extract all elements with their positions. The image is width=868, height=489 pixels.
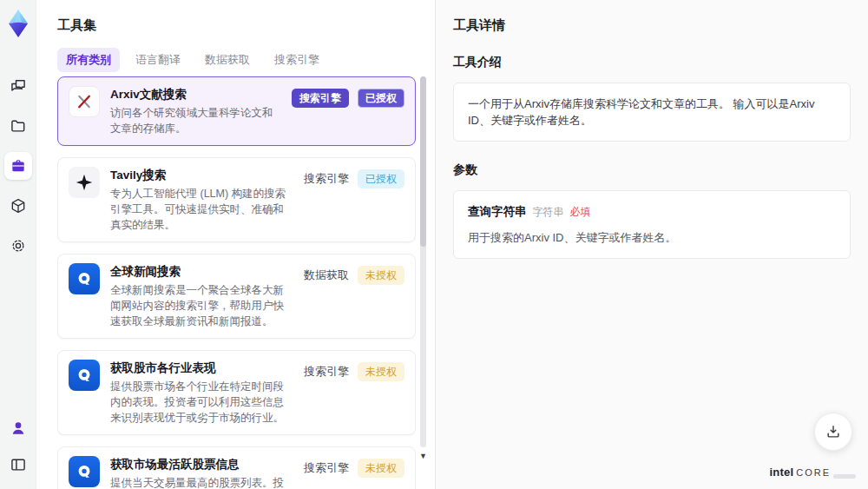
tool-meta: 搜索引擎已授权	[304, 169, 404, 188]
intro-text: 一个用于从Arxiv存储库搜索科学论文和文章的工具。 输入可以是Arxiv ID…	[468, 97, 814, 127]
news-blue-icon	[74, 268, 95, 289]
tool-card[interactable]: 获取股市各行业表现提供股票市场各个行业在特定时间段内的表现。投资者可以利用这些信…	[57, 350, 416, 435]
intro-heading: 工具介绍	[453, 55, 851, 70]
download-button[interactable]	[814, 413, 852, 451]
tool-text-block: 获取股市各行业表现提供股票市场各个行业在特定时间段内的表现。投资者可以利用这些信…	[110, 360, 293, 426]
tool-category-badge: 搜索引擎	[304, 460, 349, 476]
tool-name: 获取股市各行业表现	[110, 360, 293, 376]
sidebar-item-user[interactable]	[4, 414, 32, 442]
tool-description: 访问各个研究领域大量科学论文和文章的存储库。	[110, 105, 281, 136]
tab-2[interactable]: 数据获取	[196, 48, 259, 72]
tab-0[interactable]: 所有类别	[57, 48, 120, 72]
tool-category-badge: 搜索引擎	[304, 171, 349, 187]
sidebar-item-packages[interactable]	[4, 192, 32, 220]
param-name: 查询字符串	[468, 203, 527, 220]
tool-meta: 搜索引擎已授权	[292, 89, 404, 108]
page-title: 工具集	[57, 17, 435, 34]
params-heading: 参数	[453, 162, 851, 178]
folder-icon	[10, 117, 27, 135]
scroll-down-icon[interactable]: ▼	[419, 453, 427, 460]
app-logo[interactable]	[3, 8, 33, 39]
briefcase-icon	[10, 157, 27, 175]
sidebar-item-settings[interactable]	[4, 232, 32, 260]
tool-meta: 搜索引擎未授权	[304, 459, 404, 478]
tool-name: Arxiv文献搜索	[110, 87, 281, 102]
tool-logo	[69, 167, 100, 198]
tool-text-block: 获取市场最活跃股票信息提供当天交易量最高的股票列表。投资者可以利用这些信息来识别…	[110, 456, 293, 489]
cube-icon	[10, 197, 27, 215]
intro-card: 一个用于从Arxiv存储库搜索科学论文和文章的工具。 输入可以是Arxiv ID…	[453, 83, 851, 142]
tool-auth-badge: 未授权	[358, 459, 404, 478]
tool-list: Arxiv文献搜索访问各个研究领域大量科学论文和文章的存储库。搜索引擎已授权Ta…	[57, 76, 416, 489]
param-description: 用于搜索的Arxiv ID、关键字或作者姓名。	[468, 229, 836, 246]
tool-text-block: Arxiv文献搜索访问各个研究领域大量科学论文和文章的存储库。	[110, 86, 281, 136]
sidebar-item-tools[interactable]	[4, 152, 32, 180]
param-header-row: 查询字符串 字符串 必填	[468, 203, 836, 221]
tool-text-block: 全球新闻搜索全球新闻搜索是一个聚合全球各大新闻网站内容的搜索引擎，帮助用户快速获…	[110, 263, 293, 329]
tool-auth-badge: 未授权	[358, 266, 404, 285]
list-scrollbar[interactable]	[420, 76, 426, 447]
tool-auth-badge: 已授权	[358, 169, 404, 188]
tool-name: 全球新闻搜索	[110, 264, 293, 280]
tool-auth-badge: 未授权	[358, 362, 404, 381]
user-icon	[10, 420, 27, 437]
tool-list-panel: 工具集 所有类别语言翻译数据获取搜索引擎 Arxiv文献搜索访问各个研究领域大量…	[36, 0, 435, 489]
tool-logo	[69, 360, 100, 391]
tab-1[interactable]: 语言翻译	[127, 48, 189, 72]
tool-name: 获取市场最活跃股票信息	[110, 457, 293, 472]
core-wordmark: core	[796, 467, 831, 478]
tool-logo	[69, 263, 100, 294]
tool-category-badge: 数据获取	[304, 268, 349, 283]
tool-description: 专为人工智能代理 (LLM) 构建的搜索引擎工具。可快速提供实时、准确和真实的结…	[110, 186, 293, 233]
intel-core-logo: intel core	[769, 466, 856, 479]
tool-auth-badge: 已授权	[358, 89, 404, 108]
tool-description: 提供当天交易量最高的股票列表。投资者可以利用这些信息来识别流动性强的股票和潜在的…	[110, 475, 293, 489]
panel-icon	[10, 456, 27, 473]
intel-wordmark: intel	[769, 466, 793, 479]
gear-icon	[10, 237, 27, 254]
param-type: 字符串	[533, 204, 564, 221]
tool-card[interactable]: 获取市场最活跃股票信息提供当天交易量最高的股票列表。投资者可以利用这些信息来识别…	[57, 446, 416, 489]
scrollbar-thumb[interactable]	[420, 76, 426, 247]
rail-icon-group	[4, 72, 32, 260]
chat-icon	[10, 77, 27, 95]
tool-logo	[69, 86, 100, 117]
core-sub-mark	[833, 474, 856, 479]
icon-rail	[0, 0, 36, 489]
download-icon	[825, 423, 842, 440]
tool-meta: 搜索引擎未授权	[304, 362, 404, 381]
tool-logo	[69, 456, 100, 487]
tool-name: Tavily搜索	[110, 168, 293, 183]
param-required-badge: 必填	[570, 204, 591, 221]
tool-card[interactable]: Arxiv文献搜索访问各个研究领域大量科学论文和文章的存储库。搜索引擎已授权	[57, 76, 416, 146]
tool-text-block: Tavily搜索专为人工智能代理 (LLM) 构建的搜索引擎工具。可快速提供实时…	[110, 167, 293, 233]
tool-description: 全球新闻搜索是一个聚合全球各大新闻网站内容的搜索引擎，帮助用户快速获取全球最新资…	[110, 282, 293, 329]
arxiv-icon	[74, 91, 95, 112]
tool-card[interactable]: 全球新闻搜索全球新闻搜索是一个聚合全球各大新闻网站内容的搜索引擎，帮助用户快速获…	[57, 254, 416, 339]
tool-category-badge: 搜索引擎	[304, 364, 349, 380]
tool-details-panel: 工具详情 工具介绍 一个用于从Arxiv存储库搜索科学论文和文章的工具。 输入可…	[435, 0, 868, 489]
param-card: 查询字符串 字符串 必填 用于搜索的Arxiv ID、关键字或作者姓名。	[453, 190, 851, 259]
news-blue-icon	[74, 365, 95, 386]
news-blue-icon	[74, 461, 95, 482]
category-tabs: 所有类别语言翻译数据获取搜索引擎	[57, 48, 435, 72]
details-title: 工具详情	[453, 17, 851, 34]
tavily-icon	[74, 172, 95, 193]
rail-bottom-group	[4, 414, 32, 479]
sidebar-item-panel-toggle[interactable]	[4, 451, 32, 479]
sidebar-item-folder[interactable]	[4, 112, 32, 140]
tool-card[interactable]: Tavily搜索专为人工智能代理 (LLM) 构建的搜索引擎工具。可快速提供实时…	[57, 157, 416, 242]
tab-3[interactable]: 搜索引擎	[266, 48, 328, 72]
tool-category-badge: 搜索引擎	[292, 89, 349, 108]
tool-description: 提供股票市场各个行业在特定时间段内的表现。投资者可以利用这些信息来识别表现优于或…	[110, 379, 293, 426]
tool-meta: 数据获取未授权	[304, 266, 404, 285]
sidebar-item-chat[interactable]	[4, 72, 32, 100]
